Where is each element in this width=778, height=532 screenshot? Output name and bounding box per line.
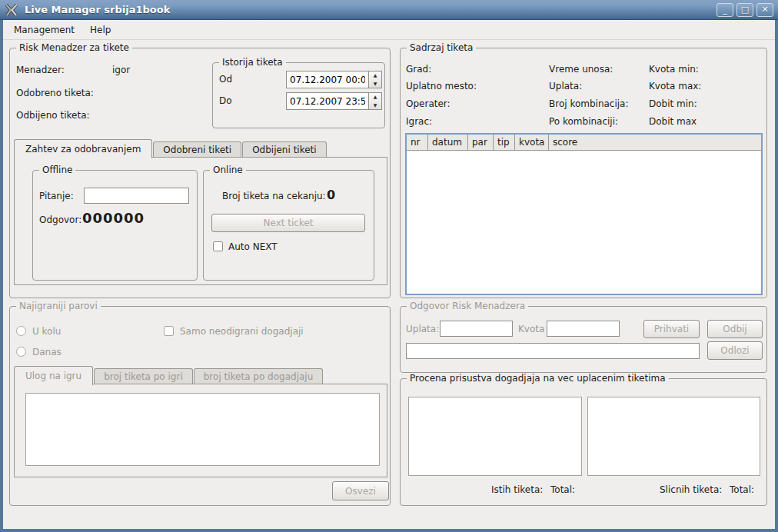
same-total-label: Total: — [550, 484, 575, 495]
broj-kombinacija-label: Broj kombinacija: — [549, 98, 629, 109]
risk-response-panel: Odgovor Risk Menadzera Uplata: Kvota Pri… — [400, 306, 767, 373]
date-from-down-icon[interactable]: ▼ — [369, 80, 381, 88]
similar-tickets-label: Slicnih tiketa: — [660, 484, 722, 495]
menu-management[interactable]: Management — [6, 22, 82, 38]
kvota-label: Kvota — [518, 324, 544, 334]
date-to-label: Do — [219, 95, 232, 106]
ticket-content-title: Sadrzaj tiketa — [407, 42, 476, 53]
estimate-panel-title: Procena prisustva dogadjaja na vec uplac… — [407, 373, 669, 384]
ukolu-radio[interactable] — [16, 326, 26, 336]
tab-broj-tiketa-po-igri[interactable]: broj tiketa po igri — [94, 368, 193, 384]
col-kvota[interactable]: kvota — [515, 135, 549, 150]
date-to-spinner: ▲ ▼ — [286, 92, 382, 110]
ukolu-radio-label: U kolu — [32, 326, 61, 337]
ticket-history-panel: Istorija tiketa Od ▲ ▼ Do ▲ ▼ — [212, 62, 385, 128]
ticket-history-title: Istorija tiketa — [219, 57, 286, 68]
rejected-tickets-label: Odbijeno tiketa: — [16, 110, 90, 121]
minimize-icon[interactable]: _ — [716, 3, 733, 17]
title-bar: Live Manager srbija1book _ □ ✕ — [0, 0, 778, 20]
col-par[interactable]: par — [468, 135, 494, 150]
dobit-min-label: Dobit min: — [649, 98, 697, 109]
uplata-info-label: Uplata: — [549, 81, 582, 91]
tab-odobreni-tiketi[interactable]: Odobreni tiketi — [153, 141, 241, 158]
igrac-label: Igrac: — [406, 116, 432, 127]
risk-tabs: Zahtev za odobravanjem Odobreni tiketi O… — [14, 140, 327, 158]
col-tip[interactable]: tip — [494, 135, 515, 150]
same-tickets-label: Istih tiketa: — [491, 484, 543, 495]
most-played-pairs-title: Najigraniji parovi — [16, 301, 101, 311]
next-ticket-button[interactable]: Next ticket — [211, 214, 365, 232]
answer-label: Odgovor: — [39, 214, 81, 225]
most-played-pairs-panel: Najigraniji parovi U kolu Danas Samo neo… — [9, 306, 391, 506]
tab-odbijeni-tiketi[interactable]: Odbijeni tiketi — [242, 141, 326, 158]
unplayed-events-checkbox[interactable] — [164, 326, 174, 336]
similar-tickets-list[interactable] — [587, 397, 760, 476]
offline-panel-title: Offline — [39, 165, 75, 175]
approved-tickets-label: Odobreno tiketa: — [16, 88, 94, 98]
reject-button[interactable]: Odbij — [707, 320, 763, 338]
tab-zahtev-za-odobravanjem[interactable]: Zahtev za odobravanjem — [14, 139, 152, 158]
pairs-tab-content — [14, 384, 387, 477]
maximize-icon[interactable]: □ — [736, 3, 753, 17]
similar-total-label: Total: — [730, 484, 754, 495]
date-to-up-icon[interactable]: ▲ — [369, 93, 381, 101]
col-datum[interactable]: datum — [428, 135, 468, 150]
window-title: Live Manager srbija1book — [25, 4, 716, 15]
unplayed-events-label: Samo neodigrani dogadjaji — [180, 326, 304, 337]
uplata-label: Uplata: — [406, 324, 439, 334]
tab-ulog-na-igru[interactable]: Ulog na igru — [14, 366, 93, 385]
ticket-table-body[interactable] — [407, 151, 761, 294]
answer-value: 000000 — [82, 210, 145, 226]
refresh-button[interactable]: Osvezi — [332, 481, 389, 500]
online-panel-title: Online — [210, 165, 246, 175]
pending-tickets-label: Broj tiketa na cekanju: — [222, 191, 326, 201]
manager-label: Menadzer: — [16, 65, 65, 75]
response-comment-input[interactable] — [406, 343, 700, 359]
risk-tab-content: Offline Pitanje: Odgovor: 000000 Online … — [14, 157, 387, 285]
uplata-input[interactable] — [440, 321, 513, 337]
menu-help[interactable]: Help — [82, 22, 118, 38]
col-nr[interactable]: nr — [407, 135, 428, 150]
ticket-content-panel: Sadrzaj tiketa Grad: Vreme unosa: Kvota … — [400, 48, 767, 298]
estimate-panel: Procena prisustva dogadjaja na vec uplac… — [400, 378, 767, 506]
offline-panel: Offline Pitanje: Odgovor: 000000 — [32, 170, 198, 281]
date-to-down-icon[interactable]: ▼ — [369, 101, 381, 110]
dobit-max-label: Dobit max — [649, 116, 697, 127]
danas-radio-label: Danas — [32, 347, 62, 357]
col-score[interactable]: score — [549, 135, 761, 150]
danas-radio[interactable] — [16, 347, 26, 357]
question-input[interactable] — [84, 188, 189, 204]
ticket-table[interactable]: nr datum par tip kvota score — [405, 133, 763, 295]
main-content: Risk Menadzer za tikete Menadzer: igor O… — [3, 40, 775, 529]
date-from-up-icon[interactable]: ▲ — [369, 71, 381, 80]
tab-broj-tiketa-po-dogadjaju[interactable]: broj tiketa po dogadjaju — [194, 368, 324, 384]
date-from-label: Od — [219, 74, 232, 85]
ticket-table-header: nr datum par tip kvota score — [407, 135, 761, 151]
date-from-input[interactable] — [286, 71, 369, 88]
kvota-input[interactable] — [547, 321, 620, 337]
grad-label: Grad: — [406, 64, 431, 75]
auto-next-checkbox[interactable] — [213, 241, 223, 251]
postpone-button[interactable]: Odlozi — [707, 341, 763, 360]
kvota-min-label: Kvota min: — [649, 64, 699, 75]
date-from-spinner: ▲ ▼ — [286, 71, 382, 88]
risk-manager-panel: Risk Menadzer za tikete Menadzer: igor O… — [9, 48, 391, 298]
close-icon[interactable]: ✕ — [756, 3, 773, 17]
date-to-input[interactable] — [286, 92, 369, 110]
app-window: Live Manager srbija1book _ □ ✕ Managemen… — [0, 0, 778, 532]
operater-label: Operater: — [406, 98, 451, 109]
accept-button[interactable]: Prihvati — [643, 320, 700, 338]
kvota-max-label: Kvota max: — [649, 81, 701, 91]
pairs-tabs: Ulog na igru broj tiketa po igri broj ti… — [14, 367, 324, 384]
same-tickets-list[interactable] — [408, 397, 582, 476]
pairs-list[interactable] — [25, 393, 380, 466]
vreme-unosa-label: Vreme unosa: — [549, 64, 613, 75]
online-panel: Online Broj tiketa na cekanju: 0 Next ti… — [203, 170, 374, 281]
po-kombinaciji-label: Po kombinaciji: — [549, 116, 618, 127]
uplatno-mesto-label: Uplatno mesto: — [406, 81, 477, 91]
auto-next-label: Auto NEXT — [228, 241, 278, 252]
pending-tickets-value: 0 — [327, 188, 335, 202]
app-x-icon — [5, 4, 18, 16]
risk-manager-panel-title: Risk Menadzer za tikete — [16, 42, 132, 53]
risk-response-title: Odgovor Risk Menadzera — [407, 301, 528, 311]
